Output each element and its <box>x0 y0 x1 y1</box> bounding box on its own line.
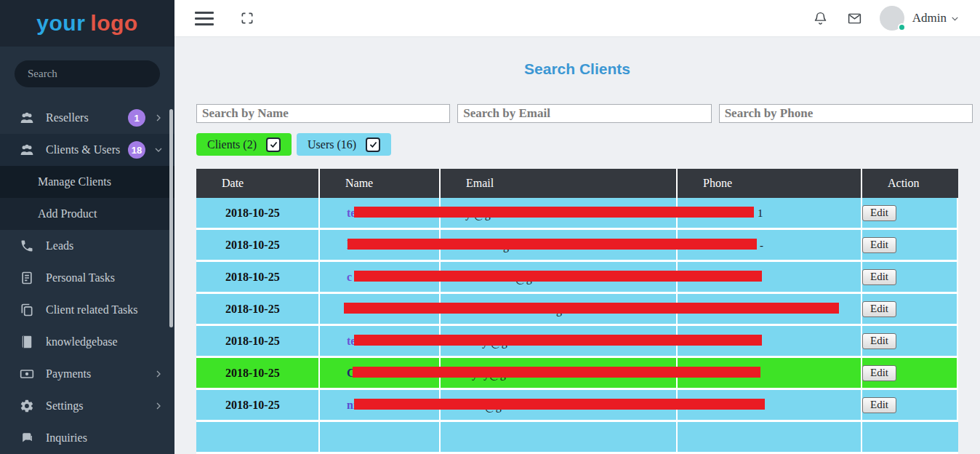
chevron-right-icon <box>154 402 163 410</box>
search-filters-row <box>196 104 973 123</box>
chat-icon <box>19 430 35 446</box>
cell-date <box>196 422 320 452</box>
sidebar-item-settings[interactable]: Settings <box>0 390 174 422</box>
edit-button[interactable]: Edit <box>862 301 896 317</box>
sidebar-item-leads[interactable]: Leads <box>0 230 174 262</box>
clients-users-count-badge: 18 <box>128 141 145 159</box>
table-row: 2018-10-25cEdit@g <box>196 262 958 294</box>
sidebar-item-client-related-tasks[interactable]: Client related Tasks <box>0 294 174 326</box>
resellers-count-badge: 1 <box>128 109 145 127</box>
redaction-bar <box>354 271 762 282</box>
edit-button[interactable]: Edit <box>862 333 896 349</box>
main-content: Search Clients Clients (2) Users (16) <box>174 37 980 454</box>
sidebar-item-label: Inquiries <box>46 431 87 445</box>
search-by-phone-input[interactable] <box>719 104 973 123</box>
phone-icon <box>19 238 35 254</box>
redaction-bar <box>354 207 754 218</box>
fullscreen-icon[interactable] <box>240 11 254 25</box>
search-by-name-input[interactable] <box>196 104 450 123</box>
cell-phone <box>678 422 862 452</box>
chevron-down-icon[interactable] <box>950 14 960 23</box>
sidebar-item-payments[interactable]: Payments <box>0 358 174 390</box>
page-title: Search Clients <box>174 60 980 78</box>
cell-action: Edit <box>862 358 958 388</box>
user-menu-label[interactable]: Admin <box>912 11 947 25</box>
copy-icon <box>19 302 35 318</box>
users-icon <box>19 142 35 158</box>
chevron-down-icon <box>154 146 163 154</box>
sidebar-item-clients-users[interactable]: Clients & Users 18 <box>0 134 174 166</box>
visible-text-fragment: 1 <box>758 207 763 220</box>
sidebar-item-label: Personal Tasks <box>46 271 115 284</box>
document-icon <box>19 270 35 286</box>
logo: your logo <box>0 0 174 47</box>
users-icon <box>19 110 35 126</box>
table-row: 2018-10-25niEdit@g <box>196 390 958 422</box>
chevron-right-icon <box>154 114 163 122</box>
table-row <box>196 422 958 454</box>
visible-text-fragment: - <box>760 239 763 252</box>
book-icon <box>19 334 35 350</box>
cell-date: 2018-10-25 <box>196 262 320 292</box>
clients-table: Date Name Email Phone Action 2018-10-25t… <box>196 169 958 454</box>
sidebar-item-knowledgebase[interactable]: knowledgebase <box>0 326 174 358</box>
sidebar-item-label: Leads <box>46 239 73 252</box>
cell-date: 2018-10-25 <box>196 230 320 260</box>
online-status-dot <box>898 23 906 31</box>
sidebar-item-label: Clients & Users <box>46 143 120 156</box>
redaction-bar <box>354 335 762 346</box>
sidebar-item-label: Client related Tasks <box>46 303 138 316</box>
sidebar-scrollbar[interactable] <box>169 109 173 327</box>
cell-action: Edit <box>862 390 958 420</box>
users-checkbox[interactable] <box>366 138 380 152</box>
cell-action: Edit <box>862 198 958 228</box>
sidebar-item-label: Manage Clients <box>38 175 111 188</box>
clients-filter-toggle[interactable]: Clients (2) <box>196 133 292 156</box>
user-avatar[interactable] <box>880 6 904 31</box>
sidebar-item-label: Settings <box>46 399 84 413</box>
column-header-name: Name <box>320 169 441 198</box>
redaction-bar <box>354 399 765 410</box>
table-row: 2018-10-25Editg <box>196 294 958 326</box>
table-header: Date Name Email Phone Action <box>196 169 958 198</box>
clients-checkbox[interactable] <box>266 138 281 152</box>
cell-action <box>862 422 958 452</box>
notifications-bell-icon[interactable] <box>813 11 828 26</box>
sidebar-item-add-product[interactable]: Add Product <box>0 198 174 230</box>
sidebar-item-inquiries[interactable]: Inquiries <box>0 422 174 454</box>
cell-date: 2018-10-25 <box>196 294 320 324</box>
table-row: 2018-10-25CEdity y@g <box>196 358 958 390</box>
cell-date: 2018-10-25 <box>196 198 320 228</box>
edit-button[interactable]: Edit <box>862 205 896 221</box>
money-icon <box>19 366 35 382</box>
column-header-email: Email <box>441 169 678 198</box>
sidebar-item-personal-tasks[interactable]: Personal Tasks <box>0 262 174 294</box>
hamburger-menu-icon[interactable] <box>195 12 214 25</box>
clients-table-body: 2018-10-25teEdity @g12018-10-25lEditg-20… <box>196 198 958 454</box>
edit-button[interactable]: Edit <box>862 365 896 381</box>
messages-envelope-icon[interactable] <box>847 11 862 26</box>
edit-button[interactable]: Edit <box>862 237 896 253</box>
logo-part-your: your <box>36 11 85 36</box>
column-header-action: Action <box>862 169 958 198</box>
table-row: 2018-10-25lEditg- <box>196 230 958 262</box>
cell-date: 2018-10-25 <box>196 390 320 420</box>
edit-button[interactable]: Edit <box>862 269 896 285</box>
users-filter-toggle[interactable]: Users (16) <box>297 133 391 156</box>
cell-action: Edit <box>862 230 958 260</box>
redaction-bar <box>348 239 757 250</box>
search-by-email-input[interactable] <box>457 104 711 123</box>
sidebar-item-resellers[interactable]: Resellers 1 <box>0 102 174 134</box>
column-header-date: Date <box>196 169 320 198</box>
client-name-link[interactable]: c <box>347 271 352 284</box>
users-filter-label: Users (16) <box>308 138 356 151</box>
cell-action: Edit <box>862 262 958 292</box>
redaction-bar <box>344 303 839 314</box>
sidebar-item-label: knowledgebase <box>46 335 118 349</box>
cell-action: Edit <box>862 326 958 356</box>
sidebar-item-manage-clients[interactable]: Manage Clients <box>0 166 174 198</box>
sidebar-search-input[interactable] <box>15 60 160 87</box>
edit-button[interactable]: Edit <box>862 397 896 413</box>
sidebar-item-label: Payments <box>46 367 91 381</box>
chevron-right-icon <box>154 370 163 378</box>
